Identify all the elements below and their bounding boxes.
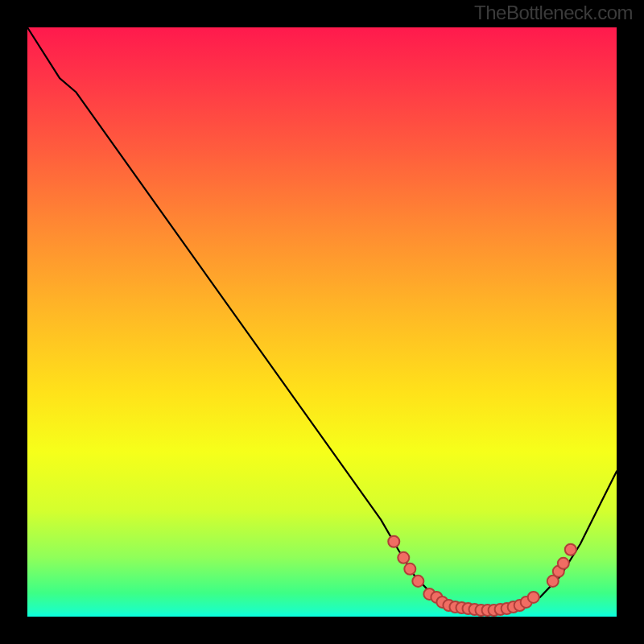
chart-overlay [27,27,617,617]
chart-frame: TheBottleneck.com [0,0,644,644]
marker-group [388,536,576,616]
watermark-label: TheBottleneck.com [474,2,633,24]
bottleneck-curve [27,27,617,612]
plot-area [27,27,617,617]
